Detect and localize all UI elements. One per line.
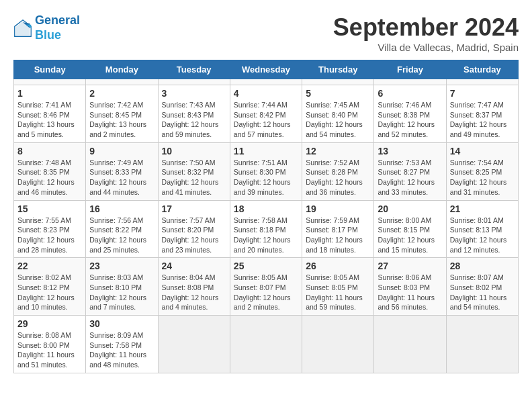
day-number: 29 bbox=[17, 318, 82, 329]
day-info: Sunrise: 8:03 AMSunset: 8:10 PMDaylight:… bbox=[89, 273, 154, 312]
day-number: 25 bbox=[234, 261, 298, 271]
calendar-cell: 29Sunrise: 8:08 AMSunset: 8:00 PMDayligh… bbox=[14, 316, 86, 373]
calendar-cell: 6Sunrise: 7:46 AMSunset: 8:38 PMDaylight… bbox=[374, 85, 446, 143]
calendar-cell: 26Sunrise: 8:05 AMSunset: 8:05 PMDayligh… bbox=[302, 258, 374, 316]
day-info: Sunrise: 8:02 AMSunset: 8:12 PMDaylight:… bbox=[17, 273, 82, 312]
day-number: 16 bbox=[89, 203, 154, 214]
day-info: Sunrise: 7:57 AMSunset: 8:20 PMDaylight:… bbox=[162, 216, 226, 255]
calendar-cell bbox=[374, 79, 446, 85]
logo-line1: General bbox=[35, 13, 80, 27]
day-info: Sunrise: 7:48 AMSunset: 8:35 PMDaylight:… bbox=[17, 158, 82, 197]
day-info: Sunrise: 8:04 AMSunset: 8:08 PMDaylight:… bbox=[162, 273, 226, 312]
day-info: Sunrise: 8:06 AMSunset: 8:03 PMDaylight:… bbox=[378, 273, 442, 312]
day-number: 6 bbox=[378, 88, 442, 99]
calendar-cell bbox=[446, 79, 518, 85]
calendar-cell: 13Sunrise: 7:53 AMSunset: 8:27 PMDayligh… bbox=[374, 142, 446, 200]
day-number: 21 bbox=[450, 203, 515, 214]
weekday-header-sunday: Sunday bbox=[14, 60, 86, 79]
calendar-cell bbox=[446, 316, 518, 373]
day-number: 19 bbox=[306, 203, 370, 214]
day-number: 17 bbox=[162, 203, 226, 214]
day-number: 11 bbox=[234, 146, 298, 156]
logo: General Blue bbox=[13, 13, 80, 42]
week-row-4: 15Sunrise: 7:55 AMSunset: 8:23 PMDayligh… bbox=[14, 200, 519, 258]
day-number: 4 bbox=[234, 88, 298, 99]
day-info: Sunrise: 7:58 AMSunset: 8:18 PMDaylight:… bbox=[234, 216, 298, 255]
calendar-cell: 20Sunrise: 8:00 AMSunset: 8:15 PMDayligh… bbox=[374, 200, 446, 258]
title-block: September 2024 Villa de Vallecas, Madrid… bbox=[333, 13, 519, 53]
calendar-cell: 1Sunrise: 7:41 AMSunset: 8:46 PMDaylight… bbox=[14, 85, 86, 143]
calendar-cell: 24Sunrise: 8:04 AMSunset: 8:08 PMDayligh… bbox=[158, 258, 230, 316]
calendar-cell: 9Sunrise: 7:49 AMSunset: 8:33 PMDaylight… bbox=[86, 142, 158, 200]
day-info: Sunrise: 7:42 AMSunset: 8:45 PMDaylight:… bbox=[89, 100, 154, 140]
calendar-cell: 3Sunrise: 7:43 AMSunset: 8:43 PMDaylight… bbox=[158, 85, 230, 143]
weekday-header-friday: Friday bbox=[374, 60, 446, 79]
day-info: Sunrise: 7:59 AMSunset: 8:17 PMDaylight:… bbox=[306, 216, 370, 255]
weekday-header-row: SundayMondayTuesdayWednesdayThursdayFrid… bbox=[14, 60, 519, 79]
day-number: 8 bbox=[17, 146, 82, 156]
calendar-table: SundayMondayTuesdayWednesdayThursdayFrid… bbox=[13, 60, 519, 373]
week-row-5: 22Sunrise: 8:02 AMSunset: 8:12 PMDayligh… bbox=[14, 258, 519, 316]
day-number: 24 bbox=[162, 261, 226, 271]
calendar-cell: 14Sunrise: 7:54 AMSunset: 8:25 PMDayligh… bbox=[446, 142, 518, 200]
calendar-cell: 30Sunrise: 8:09 AMSunset: 7:58 PMDayligh… bbox=[86, 316, 158, 373]
day-number: 13 bbox=[378, 146, 442, 156]
weekday-header-tuesday: Tuesday bbox=[158, 60, 230, 79]
day-number: 18 bbox=[234, 203, 298, 214]
calendar-cell: 16Sunrise: 7:56 AMSunset: 8:22 PMDayligh… bbox=[86, 200, 158, 258]
calendar-cell bbox=[230, 316, 302, 373]
week-row-3: 8Sunrise: 7:48 AMSunset: 8:35 PMDaylight… bbox=[14, 142, 519, 200]
page-header: General Blue September 2024 Villa de Val… bbox=[13, 13, 519, 53]
day-number: 7 bbox=[450, 88, 515, 99]
day-number: 9 bbox=[89, 146, 154, 156]
day-info: Sunrise: 8:08 AMSunset: 8:00 PMDaylight:… bbox=[17, 330, 82, 370]
calendar-cell: 22Sunrise: 8:02 AMSunset: 8:12 PMDayligh… bbox=[14, 258, 86, 316]
logo-line2: Blue bbox=[35, 28, 61, 42]
day-number: 5 bbox=[306, 88, 370, 99]
day-number: 30 bbox=[89, 318, 154, 329]
calendar-cell bbox=[14, 79, 86, 85]
calendar-cell: 15Sunrise: 7:55 AMSunset: 8:23 PMDayligh… bbox=[14, 200, 86, 258]
calendar-cell: 17Sunrise: 7:57 AMSunset: 8:20 PMDayligh… bbox=[158, 200, 230, 258]
location-title: Villa de Vallecas, Madrid, Spain bbox=[333, 42, 519, 53]
day-number: 20 bbox=[378, 203, 442, 214]
calendar-cell bbox=[302, 79, 374, 85]
calendar-cell bbox=[230, 79, 302, 85]
day-info: Sunrise: 8:01 AMSunset: 8:13 PMDaylight:… bbox=[450, 216, 515, 255]
day-info: Sunrise: 7:55 AMSunset: 8:23 PMDaylight:… bbox=[17, 216, 82, 255]
calendar-cell: 28Sunrise: 8:07 AMSunset: 8:02 PMDayligh… bbox=[446, 258, 518, 316]
week-row-1 bbox=[14, 79, 519, 85]
month-title: September 2024 bbox=[333, 13, 519, 42]
calendar-cell: 27Sunrise: 8:06 AMSunset: 8:03 PMDayligh… bbox=[374, 258, 446, 316]
day-info: Sunrise: 7:41 AMSunset: 8:46 PMDaylight:… bbox=[17, 100, 82, 140]
day-info: Sunrise: 7:44 AMSunset: 8:42 PMDaylight:… bbox=[234, 100, 298, 140]
day-number: 22 bbox=[17, 261, 82, 271]
day-info: Sunrise: 8:07 AMSunset: 8:02 PMDaylight:… bbox=[450, 273, 515, 312]
day-info: Sunrise: 7:43 AMSunset: 8:43 PMDaylight:… bbox=[162, 100, 226, 140]
logo-text: General Blue bbox=[35, 13, 80, 42]
weekday-header-wednesday: Wednesday bbox=[230, 60, 302, 79]
day-number: 1 bbox=[17, 88, 82, 99]
day-number: 12 bbox=[306, 146, 370, 156]
calendar-cell: 12Sunrise: 7:52 AMSunset: 8:28 PMDayligh… bbox=[302, 142, 374, 200]
week-row-2: 1Sunrise: 7:41 AMSunset: 8:46 PMDaylight… bbox=[14, 85, 519, 143]
day-number: 15 bbox=[17, 203, 82, 214]
day-info: Sunrise: 8:05 AMSunset: 8:05 PMDaylight:… bbox=[306, 273, 370, 312]
day-info: Sunrise: 8:00 AMSunset: 8:15 PMDaylight:… bbox=[378, 216, 442, 255]
day-info: Sunrise: 7:54 AMSunset: 8:25 PMDaylight:… bbox=[450, 158, 515, 197]
day-info: Sunrise: 7:46 AMSunset: 8:38 PMDaylight:… bbox=[378, 100, 442, 140]
day-info: Sunrise: 7:47 AMSunset: 8:37 PMDaylight:… bbox=[450, 100, 515, 140]
week-row-6: 29Sunrise: 8:08 AMSunset: 8:00 PMDayligh… bbox=[14, 316, 519, 373]
day-number: 23 bbox=[89, 261, 154, 271]
logo-icon bbox=[13, 19, 32, 38]
day-number: 14 bbox=[450, 146, 515, 156]
day-number: 28 bbox=[450, 261, 515, 271]
day-number: 27 bbox=[378, 261, 442, 271]
day-info: Sunrise: 7:50 AMSunset: 8:32 PMDaylight:… bbox=[162, 158, 226, 197]
calendar-cell: 21Sunrise: 8:01 AMSunset: 8:13 PMDayligh… bbox=[446, 200, 518, 258]
day-info: Sunrise: 7:52 AMSunset: 8:28 PMDaylight:… bbox=[306, 158, 370, 197]
calendar-cell bbox=[158, 316, 230, 373]
calendar-cell: 11Sunrise: 7:51 AMSunset: 8:30 PMDayligh… bbox=[230, 142, 302, 200]
day-number: 26 bbox=[306, 261, 370, 271]
calendar-cell bbox=[374, 316, 446, 373]
